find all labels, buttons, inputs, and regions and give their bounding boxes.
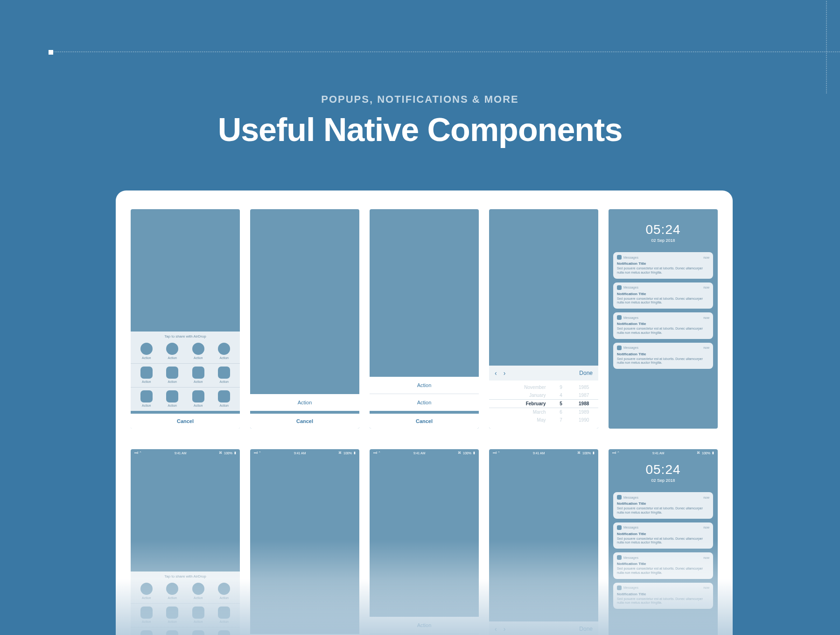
components-panel: Tap to share with AirDrop Action Action …	[116, 190, 733, 635]
share-actions-row: Action Action Action Action	[131, 387, 240, 411]
phone-action-sheet-2-statusbar: ••ıl ⌃ 9:41 AM ⌘100%▮ Action Action Canc…	[370, 449, 479, 635]
lock-date: 02 Sep 2018	[609, 238, 718, 243]
action-button[interactable]: Action	[370, 377, 479, 394]
chevron-right-icon[interactable]: ›	[504, 625, 506, 633]
page-title: Useful Native Components	[0, 111, 840, 148]
notification-body: Sed posuere consectetur est at lobortis.…	[617, 267, 709, 275]
share-app-icon[interactable]	[192, 607, 204, 619]
phone-date-picker-statusbar: ••ıl ⌃ 9:41 AM ⌘100%▮ ‹ › Done January41…	[489, 449, 598, 635]
share-app-icon[interactable]	[140, 367, 153, 379]
done-button[interactable]: Done	[579, 626, 593, 632]
action-button[interactable]: Action	[370, 394, 479, 411]
bluetooth-icon: ⌘	[219, 451, 222, 455]
share-sheet-title: Tap to share with AirDrop	[131, 332, 240, 339]
share-action-icon[interactable]	[192, 390, 204, 402]
app-icon	[617, 346, 622, 350]
notification-card[interactable]: Messagesnow Notification Title Sed posue…	[613, 282, 713, 309]
phone-action-sheet-2: Action Action Cancel	[370, 209, 479, 429]
app-icon	[617, 495, 622, 500]
share-app-icon[interactable]	[192, 367, 204, 379]
battery-icon: ▮	[234, 451, 236, 455]
chevron-left-icon[interactable]: ‹	[495, 369, 497, 377]
phone-date-picker: ‹ › Done November91985 January41987 Febr…	[489, 209, 598, 429]
airdrop-avatar[interactable]	[140, 343, 153, 355]
share-action-icon[interactable]	[192, 630, 204, 635]
app-icon	[617, 525, 622, 530]
notification-card[interactable]: Messagesnow Notification Title Sed posue…	[613, 492, 713, 519]
airdrop-avatar[interactable]	[218, 343, 230, 355]
share-action-icon[interactable]	[218, 390, 230, 402]
share-action-icon[interactable]	[140, 630, 153, 635]
share-app-icon[interactable]	[218, 607, 230, 619]
share-action-icon[interactable]	[166, 630, 178, 635]
app-icon	[617, 586, 622, 590]
notification-title: Notification Title	[617, 261, 709, 266]
share-action-icon[interactable]	[166, 390, 178, 402]
share-airdrop-row: Action Action Action Action	[131, 339, 240, 363]
airdrop-avatar[interactable]	[166, 343, 178, 355]
app-icon	[617, 255, 622, 260]
airdrop-avatar[interactable]	[192, 583, 204, 595]
airdrop-avatar[interactable]	[218, 583, 230, 595]
phone-share-sheet: Tap to share with AirDrop Action Action …	[131, 209, 240, 429]
share-app-icon[interactable]	[166, 367, 178, 379]
row-2: ••ıl ⌃ 9:41 AM ⌘100%▮ Tap to share with …	[131, 449, 718, 635]
notification-card[interactable]: Messagesnow Notification Title Sed posue…	[613, 583, 713, 609]
phone-share-sheet-statusbar: ••ıl ⌃ 9:41 AM ⌘100%▮ Tap to share with …	[131, 449, 240, 635]
phone-action-sheet-1-statusbar: ••ıl ⌃ 9:41 AM ⌘100%▮ Action Cancel	[250, 449, 359, 635]
lock-clock: 05:24 02 Sep 2018	[609, 209, 718, 243]
phone-lock-screen: 05:24 02 Sep 2018 Messagesnow Notificati…	[609, 209, 718, 429]
notification-card[interactable]: Messagesnow Notification Title Sed posue…	[613, 552, 713, 579]
phone-lock-screen-statusbar: ••ıl ⌃ 9:41 AM ⌘100%▮ 05:24 02 Sep 2018 …	[609, 449, 718, 635]
share-app-icon[interactable]	[166, 607, 178, 619]
status-time: 9:41 AM	[175, 452, 187, 455]
airdrop-avatar[interactable]	[140, 583, 153, 595]
date-picker[interactable]: November91985 January41987 February51988…	[489, 381, 598, 429]
share-action-icon[interactable]	[218, 630, 230, 635]
share-action-icon[interactable]	[140, 390, 153, 402]
action-button[interactable]: Action	[370, 617, 479, 634]
share-sheet: Tap to share with AirDrop Action Action …	[131, 332, 240, 429]
notification-card[interactable]: Messagesnow Notification Title Sed posue…	[613, 343, 713, 369]
done-button[interactable]: Done	[579, 370, 593, 376]
airdrop-avatar[interactable]	[192, 343, 204, 355]
share-app-icon[interactable]	[140, 607, 153, 619]
row-1: Tap to share with AirDrop Action Action …	[131, 209, 718, 429]
picker-selected-row: February51988	[489, 399, 598, 408]
status-bar: ••ıl ⌃ 9:41 AM ⌘100%▮	[131, 449, 240, 457]
picker-toolbar: ‹ › Done	[489, 366, 598, 381]
notification-card[interactable]: Messagesnow Notification Title Sed posue…	[613, 522, 713, 549]
notification-card[interactable]: Messagesnow Notification Title Sed posue…	[613, 252, 713, 279]
status-bar: ••ıl ⌃ 9:41 AM ⌘100%▮	[370, 449, 479, 457]
share-app-icon[interactable]	[218, 367, 230, 379]
action-button[interactable]: Action	[250, 394, 359, 411]
airdrop-avatar[interactable]	[166, 583, 178, 595]
app-icon	[617, 285, 622, 290]
cancel-button[interactable]: Cancel	[250, 411, 359, 429]
status-right: ⌘100%▮	[219, 451, 236, 455]
chevron-right-icon[interactable]: ›	[504, 369, 506, 377]
notification-card[interactable]: Messagesnow Notification Title Sed posue…	[613, 312, 713, 339]
chevron-left-icon[interactable]: ‹	[495, 625, 497, 633]
status-bar: ••ıl ⌃ 9:41 AM ⌘100%▮	[250, 449, 359, 457]
app-icon	[617, 555, 622, 560]
app-icon	[617, 315, 622, 320]
lock-time: 05:24	[609, 222, 718, 237]
phone-action-sheet-1: Action Cancel	[250, 209, 359, 429]
share-item-label: Action	[133, 356, 160, 360]
status-bar: ••ıl ⌃ 9:41 AM ⌘100%▮	[489, 449, 598, 457]
status-bar: ••ıl ⌃ 9:41 AM ⌘100%▮	[609, 449, 718, 457]
cancel-button[interactable]: Cancel	[370, 411, 479, 429]
kicker: POPUPS, NOTIFICATIONS & MORE	[0, 93, 840, 106]
cancel-button[interactable]: Cancel	[131, 411, 240, 429]
share-apps-row: Action Action Action Action	[131, 363, 240, 387]
signal-icon: ••ıl ⌃	[134, 451, 142, 455]
